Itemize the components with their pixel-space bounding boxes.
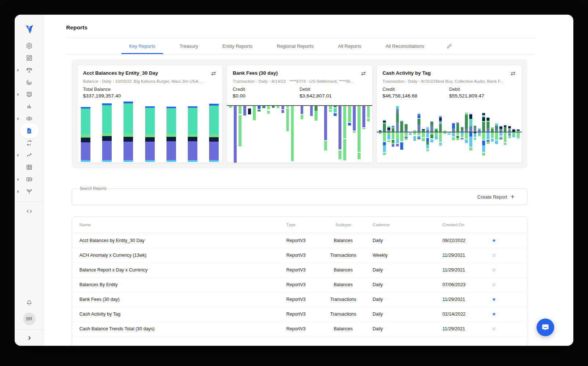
cell-subtype: Balances — [314, 282, 373, 287]
star-icon-filled[interactable]: ★ — [479, 311, 509, 317]
key-reports-panel: Acct Balances by Entity_30 DayBalance - … — [72, 59, 527, 168]
notifications-button[interactable] — [15, 297, 44, 309]
metric-label: Credit — [383, 87, 449, 92]
cell-created-on: 11/29/2021 — [442, 267, 479, 273]
sidebar-item-analysis[interactable] — [15, 100, 44, 113]
sidebar-item-settings[interactable] — [15, 40, 44, 52]
cell-type: ReportV3 — [286, 312, 314, 317]
search-row: Search Reports Create Report + — [72, 188, 527, 205]
expand-caret-icon[interactable] — [17, 69, 19, 72]
cell-cadence: Daily — [373, 238, 442, 243]
tab-regional-reports[interactable]: Regional Reports — [269, 38, 321, 54]
cell-subtype: Balances — [314, 238, 373, 243]
expand-caret-icon[interactable] — [17, 154, 19, 157]
metric-value: $46,758,146.68 — [383, 93, 449, 99]
table-row[interactable]: Acct Balances by Entity_30 DayReportV3Ba… — [72, 233, 527, 248]
metric-value: $55,521,809.47 — [449, 93, 516, 99]
star-icon-outline[interactable]: ☆ — [479, 326, 509, 331]
expand-caret-icon[interactable] — [17, 190, 19, 193]
table-row[interactable]: Balances By EntityReportV3BalancesDaily0… — [72, 277, 527, 292]
tab-all-reports[interactable]: All Reports — [330, 38, 369, 54]
cell-name: Cash Activity by Tag — [79, 312, 286, 317]
eye-icon — [26, 115, 33, 122]
table-row[interactable]: Balance Report x Day x CurrencyReportV3B… — [72, 263, 527, 277]
card-meta-left: Transaction - Daily - 8/14/23 — [233, 79, 286, 83]
edit-tabs-button[interactable] — [441, 38, 458, 54]
cell-created-on: 11/29/2021 — [442, 253, 479, 258]
report-card[interactable]: Acct Balances by Entity_30 DayBalance - … — [77, 65, 223, 163]
sidebar-item-insights[interactable] — [15, 76, 44, 88]
star-icon-filled[interactable]: ★ — [479, 296, 509, 302]
bell-icon — [26, 299, 33, 306]
report-card[interactable]: Cash Activity by TagTransaction - Daily … — [376, 65, 522, 163]
card-title: Acct Balances by Entity_30 Day — [83, 70, 158, 76]
sidebar-item-monitor[interactable] — [15, 113, 44, 125]
main-content: Reports Key ReportsTreasuryEntity Report… — [44, 15, 573, 346]
sidebar-item-dashboard[interactable] — [15, 52, 44, 64]
cell-cadence: Weekly — [373, 253, 442, 258]
sidebar-collapse-button[interactable] — [15, 330, 44, 346]
table-row[interactable]: Bank Fees (30 day)ReportV3TransactionsDa… — [72, 292, 527, 307]
cell-name: Bank Fees (30 day) — [79, 297, 286, 302]
table-row[interactable]: Cash Activity by TagReportV3Transactions… — [72, 307, 527, 321]
swap-arrows-icon[interactable] — [510, 71, 516, 78]
metric-value: $3,642,807.01 — [300, 93, 366, 99]
plant-icon — [26, 188, 33, 195]
expand-caret-icon[interactable] — [17, 93, 19, 96]
create-report-label: Create Report — [477, 194, 508, 200]
search-box: Search Reports Create Report + — [72, 188, 527, 205]
swap-arrows-icon[interactable] — [211, 71, 216, 78]
star-icon-outline[interactable]: ☆ — [479, 282, 509, 287]
expand-caret-icon[interactable] — [17, 117, 19, 120]
sidebar-item-forecast[interactable] — [15, 149, 44, 161]
sidebar-item-data-tables[interactable] — [15, 161, 44, 173]
sidebar-bottom: BR — [15, 297, 44, 346]
star-icon-outline[interactable]: ☆ — [479, 252, 509, 258]
cell-name: Cash Balance Trends Total (30 days) — [79, 326, 286, 331]
star-icon-outline[interactable]: ☆ — [479, 267, 509, 273]
money-icon — [26, 176, 33, 183]
swap-arrows-icon[interactable] — [361, 71, 366, 78]
star-icon-filled[interactable]: ★ — [479, 238, 509, 243]
tab-key-reports[interactable]: Key Reports — [121, 38, 163, 54]
pencil-icon — [446, 43, 452, 49]
tab-entity-reports[interactable]: Entity Reports — [215, 38, 260, 54]
card-chart — [377, 101, 522, 163]
card-chart — [227, 101, 372, 163]
chevron-right-icon — [26, 335, 32, 341]
sidebar-item-balances[interactable] — [15, 64, 44, 76]
create-report-button[interactable]: Create Report + — [477, 193, 514, 200]
trovata-logo[interactable] — [21, 21, 37, 38]
cell-type: ReportV3 — [286, 297, 314, 302]
sidebar-item-sync[interactable] — [15, 137, 44, 149]
sidebar-item-reports[interactable] — [15, 125, 44, 137]
table-row[interactable]: ACH Anomaly x Currency (13wk)ReportV3Tra… — [72, 248, 527, 263]
settings-hexagon-icon — [26, 42, 33, 49]
chat-widget-button[interactable] — [537, 319, 554, 336]
tab-treasury[interactable]: Treasury — [172, 38, 206, 54]
tab-all-reconciliations[interactable]: All Reconciliations — [378, 38, 432, 54]
expand-caret-icon[interactable] — [17, 178, 19, 181]
sidebar: BR — [15, 15, 44, 346]
avatar[interactable]: BR — [23, 313, 36, 325]
cell-subtype: Balances — [314, 326, 373, 331]
sidebar-item-growth[interactable] — [15, 185, 44, 198]
cell-cadence: Daily — [373, 312, 442, 317]
reports-table: NameTypeSubtypeCadenceCreated On Acct Ba… — [72, 216, 527, 346]
page-title: Reports — [66, 24, 535, 38]
table-row[interactable]: Cash Balance Trends Total (30 days)Repor… — [72, 321, 527, 336]
report-card[interactable]: Bank Fees (30 day)Transaction - Daily - … — [226, 65, 372, 163]
sidebar-item-payments[interactable] — [15, 173, 44, 185]
card-title: Bank Fees (30 day) — [233, 70, 277, 76]
cell-type: ReportV3 — [286, 267, 314, 273]
sidebar-nav — [15, 40, 44, 217]
cell-created-on: 07/06/2023 — [442, 282, 479, 287]
sidebar-item-transactions[interactable] — [15, 88, 44, 100]
sidebar-item-developer[interactable] — [15, 205, 44, 217]
card-meta-right: Big Kahuna Burger, Maui Jim USA, ... — [134, 79, 204, 83]
cell-created-on: 09/22/2022 — [442, 238, 479, 243]
code-icon — [26, 208, 33, 215]
search-input[interactable] — [72, 189, 527, 205]
document-icon-active — [26, 127, 33, 134]
metric-value: $0.00 — [233, 93, 300, 99]
